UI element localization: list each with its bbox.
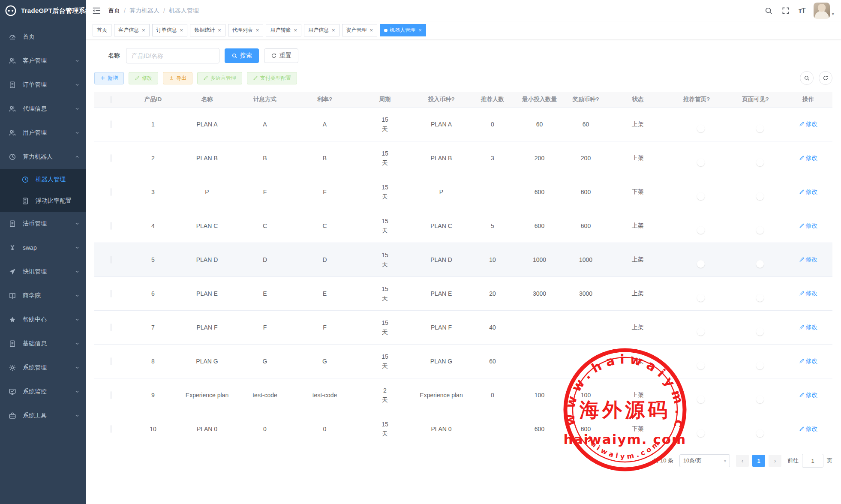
table-search-icon[interactable] xyxy=(800,71,814,85)
tab-label: 数据统计 xyxy=(194,27,215,34)
sidebar-item-agent[interactable]: 代理信息 xyxy=(0,97,86,121)
row-edit-link[interactable]: 修改 xyxy=(799,188,818,196)
tab-data-stats[interactable]: 数据统计× xyxy=(190,24,225,36)
row-checkbox[interactable] xyxy=(111,357,111,365)
sidebar-item-robot-manage[interactable]: 机器人管理 xyxy=(0,169,86,190)
search-button[interactable]: 搜索 xyxy=(225,48,259,63)
tab-home[interactable]: 首页 xyxy=(93,24,111,36)
row-checkbox[interactable] xyxy=(111,120,111,128)
edit-button[interactable]: 修改 xyxy=(129,72,158,84)
row-checkbox[interactable] xyxy=(111,222,111,230)
row-checkbox[interactable] xyxy=(111,425,111,433)
pay-type-config-button[interactable]: 支付类型配置 xyxy=(247,72,297,84)
sidebar-item-school[interactable]: 商学院 xyxy=(0,284,86,308)
cell-period: 2天 xyxy=(355,378,414,412)
row-edit-label: 修改 xyxy=(806,120,818,128)
cell-period: 15天 xyxy=(355,345,414,378)
row-checkbox[interactable] xyxy=(111,188,111,196)
user-avatar[interactable] xyxy=(814,3,830,19)
cell-period: 15天 xyxy=(355,175,414,209)
select-all-checkbox[interactable] xyxy=(111,96,111,103)
tab-agent-list[interactable]: 代理列表× xyxy=(228,24,264,36)
cell-name: PLAN A xyxy=(178,108,236,141)
close-icon[interactable]: × xyxy=(218,27,221,33)
table-row: 3PFF15天P600600下架修改 xyxy=(94,175,832,209)
sidebar-item-system[interactable]: 系统管理 xyxy=(0,356,86,380)
sidebar-item-systool[interactable]: 系统工具 xyxy=(0,404,86,428)
row-checkbox[interactable] xyxy=(111,256,111,264)
tab-user-transfer[interactable]: 用户转账× xyxy=(266,24,301,36)
robot-logo-icon xyxy=(4,4,17,17)
row-edit-link[interactable]: 修改 xyxy=(799,324,818,331)
sidebar-item-help[interactable]: 帮助中心 xyxy=(0,308,86,332)
tab-robot-manage[interactable]: 机器人管理× xyxy=(380,24,426,36)
search-icon[interactable] xyxy=(764,6,773,15)
sidebar-item-label: 订单管理 xyxy=(23,81,75,89)
search-input[interactable] xyxy=(126,48,219,63)
pager: ‹ 1 › xyxy=(736,455,781,467)
tab-order-info[interactable]: 订单信息× xyxy=(152,24,188,36)
sidebar-item-robot[interactable]: 算力机器人 xyxy=(0,145,86,169)
row-edit-link[interactable]: 修改 xyxy=(799,425,818,433)
user-menu[interactable]: ▾ xyxy=(814,3,834,19)
i18n-manage-button[interactable]: 多语言管理 xyxy=(197,72,242,84)
cell-min-invest: 600 xyxy=(517,412,562,446)
sidebar-item-home[interactable]: 首页 xyxy=(0,25,86,49)
breadcrumb-item[interactable]: 首页 xyxy=(108,7,120,15)
row-edit-link[interactable]: 修改 xyxy=(799,154,818,162)
search-field-label: 名称 xyxy=(108,52,120,60)
reset-button[interactable]: 重置 xyxy=(264,48,298,63)
close-icon[interactable]: × xyxy=(256,27,259,33)
sidebar-item-label: 代理信息 xyxy=(23,105,75,113)
row-checkbox[interactable] xyxy=(111,324,111,331)
close-icon[interactable]: × xyxy=(294,27,297,33)
main-area: 首页/算力机器人/机器人管理 ᴛT ▾ 首页客户信息×订单信息×数据统计×代理列… xyxy=(86,0,841,504)
table-refresh-icon[interactable] xyxy=(819,71,832,85)
page-size-select[interactable]: 10条/页 ▾ xyxy=(679,454,730,467)
sidebar-item-baseinfo[interactable]: 基础信息 xyxy=(0,332,86,356)
sidebar-item-swap[interactable]: swap xyxy=(0,236,86,260)
row-checkbox[interactable] xyxy=(111,391,111,399)
tab-customer-info[interactable]: 客户信息× xyxy=(114,24,150,36)
font-size-icon[interactable]: ᴛT xyxy=(799,7,805,15)
add-button[interactable]: 新增 xyxy=(94,72,124,84)
cell-referrals: 3 xyxy=(468,141,517,175)
row-checkbox[interactable] xyxy=(111,290,111,297)
sidebar-item-news[interactable]: 快讯管理 xyxy=(0,260,86,284)
fullscreen-icon[interactable] xyxy=(781,6,790,15)
cell-status: 上架 xyxy=(610,345,666,378)
row-edit-link[interactable]: 修改 xyxy=(799,256,818,264)
row-checkbox[interactable] xyxy=(111,154,111,162)
cell-reward-coin: 60 xyxy=(562,108,610,141)
sidebar-item-user[interactable]: 用户管理 xyxy=(0,121,86,145)
page-number-button[interactable]: 1 xyxy=(752,455,765,467)
close-icon[interactable]: × xyxy=(418,27,422,33)
cell-referrals xyxy=(468,175,517,209)
sidebar-item-order[interactable]: 订单管理 xyxy=(0,73,86,97)
sidebar-item-sysmon[interactable]: 系统监控 xyxy=(0,380,86,404)
pagination: 共 10 条 10条/页 ▾ ‹ 1 › 前往 页 xyxy=(94,454,832,468)
sidebar-collapse-icon[interactable] xyxy=(92,6,101,15)
cell-reward-coin: 600 xyxy=(562,175,610,209)
row-edit-link[interactable]: 修改 xyxy=(799,357,818,365)
cell-invest-coin: PLAN A xyxy=(414,108,468,141)
close-icon[interactable]: × xyxy=(180,27,183,33)
row-edit-link[interactable]: 修改 xyxy=(799,222,818,230)
tab-user-info[interactable]: 用户信息× xyxy=(304,24,339,36)
cell-invest-coin: Experience plan xyxy=(414,378,468,412)
row-edit-link[interactable]: 修改 xyxy=(799,120,818,128)
sidebar-item-fiat[interactable]: 法币管理 xyxy=(0,212,86,236)
goto-page-input[interactable] xyxy=(802,454,823,468)
sidebar-item-float-rate[interactable]: 浮动比率配置 xyxy=(0,190,86,212)
close-icon[interactable]: × xyxy=(142,27,145,33)
export-button[interactable]: 导出 xyxy=(163,72,192,84)
row-edit-link[interactable]: 修改 xyxy=(799,290,818,297)
next-page-button[interactable]: › xyxy=(769,455,781,467)
close-icon[interactable]: × xyxy=(370,27,373,33)
row-edit-link[interactable]: 修改 xyxy=(799,391,818,399)
close-icon[interactable]: × xyxy=(332,27,335,33)
chevron-down-icon xyxy=(75,341,80,346)
sidebar-item-customer[interactable]: 客户管理 xyxy=(0,49,86,73)
tab-asset-manage[interactable]: 资产管理× xyxy=(342,24,378,36)
prev-page-button[interactable]: ‹ xyxy=(736,455,749,467)
